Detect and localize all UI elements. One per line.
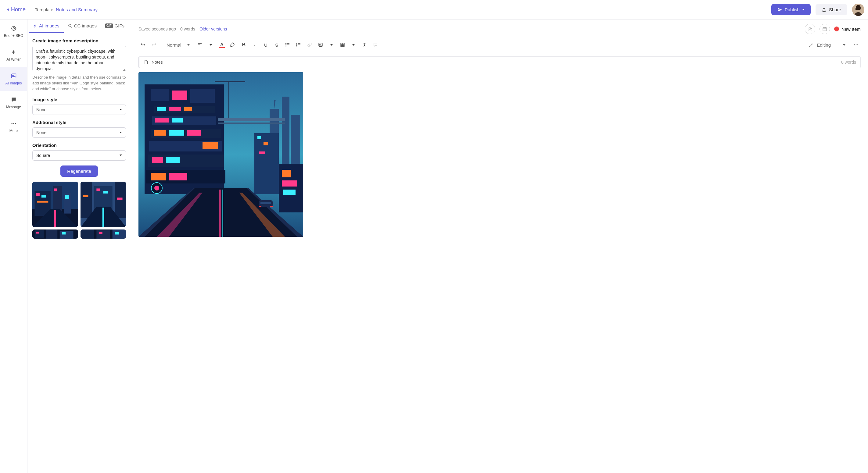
tab-ai-images-label: AI images (39, 23, 60, 28)
thumbnail-1[interactable] (32, 182, 78, 227)
share-button[interactable]: Share (815, 4, 847, 15)
editing-mode-select[interactable]: Editing (805, 40, 850, 49)
insert-image-button[interactable] (316, 40, 325, 49)
clear-format-button[interactable] (360, 40, 369, 49)
chevron-down-icon (330, 44, 333, 46)
highlight-icon (230, 42, 236, 47)
redo-icon (151, 42, 157, 47)
side-panel: AI images CC images GIF GIFs Create imag… (27, 20, 131, 473)
ordered-list-button[interactable]: 123 (294, 40, 303, 49)
more-icon (854, 42, 859, 47)
regenerate-label: Regenerate (67, 169, 91, 174)
nav-brief-seo[interactable]: Brief + SEO (0, 20, 27, 43)
font-color-button[interactable]: A (217, 40, 226, 49)
add-collaborator-button[interactable] (805, 24, 815, 34)
insert-image-dropdown[interactable] (327, 40, 336, 49)
chevron-left-icon (7, 8, 9, 11)
italic-button[interactable]: I (250, 40, 259, 49)
comment-button[interactable] (371, 40, 380, 49)
svg-rect-71 (169, 107, 181, 111)
svg-rect-20 (54, 210, 56, 227)
chevron-down-icon (120, 132, 122, 133)
highlight-button[interactable] (228, 40, 237, 49)
upload-icon (822, 7, 827, 12)
image-style-select[interactable]: None (32, 105, 126, 115)
calendar-icon (822, 27, 827, 31)
more-toolbar-button[interactable] (851, 40, 861, 49)
svg-point-8 (15, 123, 16, 124)
svg-point-9 (68, 24, 71, 27)
svg-rect-37 (81, 230, 94, 239)
table-button[interactable] (338, 40, 347, 49)
publish-button[interactable]: Publish (771, 4, 811, 15)
description-help: Describe the image in detail and then us… (32, 75, 126, 92)
avatar[interactable] (852, 4, 864, 16)
status-dot-icon (834, 27, 839, 31)
create-image-label: Create image from description (32, 38, 126, 43)
underline-button[interactable]: U (261, 40, 270, 49)
collapse-panel-button[interactable] (131, 21, 131, 35)
nav-writer-label: AI Writer (6, 57, 21, 62)
redo-button[interactable] (150, 40, 159, 49)
svg-rect-102 (228, 81, 229, 118)
paragraph-style-select[interactable]: Normal (163, 41, 193, 49)
svg-rect-25 (96, 188, 100, 191)
align-button[interactable] (195, 40, 204, 49)
clear-format-icon (362, 42, 367, 47)
thumbnail-2[interactable] (81, 182, 126, 227)
new-item-status[interactable]: New Item (834, 27, 861, 32)
document-icon (144, 60, 149, 65)
new-item-label: New Item (841, 27, 861, 32)
tab-gifs[interactable]: GIF GIFs (101, 20, 129, 33)
tab-cc-images[interactable]: CC images (64, 20, 101, 33)
template-link[interactable]: Notes and Summary (56, 7, 98, 12)
notes-label: Notes (152, 60, 163, 65)
additional-style-value: None (36, 130, 46, 135)
nav-ai-images[interactable]: AI Images (0, 67, 27, 91)
svg-point-46 (286, 46, 286, 46)
chevron-down-icon (843, 44, 845, 46)
svg-rect-38 (96, 230, 110, 239)
additional-style-select[interactable]: None (32, 127, 126, 138)
svg-point-55 (857, 44, 858, 45)
word-count-top: 0 words (180, 27, 195, 31)
svg-rect-103 (215, 81, 245, 82)
older-versions-link[interactable]: Older versions (199, 27, 227, 31)
bold-button[interactable]: B (239, 40, 248, 49)
align-dropdown[interactable] (206, 40, 215, 49)
orientation-select[interactable]: Square (32, 150, 126, 161)
svg-rect-68 (190, 89, 215, 103)
template-breadcrumb: Template: Notes and Summary (35, 7, 98, 12)
bold-icon: B (242, 42, 246, 47)
svg-point-44 (286, 43, 286, 44)
thumbnail-3[interactable] (32, 230, 78, 239)
tab-ai-images[interactable]: AI images (29, 20, 64, 33)
publish-label: Publish (785, 7, 800, 12)
undo-button[interactable] (138, 40, 148, 49)
nav-more[interactable]: More (0, 114, 27, 138)
search-icon (68, 24, 72, 28)
nav-message[interactable]: Message (0, 91, 27, 114)
additional-style-label: Additional style (32, 120, 126, 125)
nav-ai-writer[interactable]: AI Writer (0, 43, 27, 67)
svg-rect-77 (154, 130, 166, 136)
link-button[interactable] (305, 40, 314, 49)
home-link[interactable]: Home (4, 5, 29, 14)
chevron-down-icon (187, 44, 190, 46)
svg-point-53 (854, 44, 855, 45)
svg-rect-32 (36, 232, 39, 234)
inserted-image[interactable] (138, 72, 303, 237)
bullet-list-button[interactable] (283, 40, 292, 49)
calendar-button[interactable] (819, 24, 830, 34)
svg-rect-86 (151, 173, 166, 180)
notes-word-count: 0 words (841, 60, 856, 65)
svg-rect-66 (151, 89, 169, 101)
strikethrough-button[interactable]: S (272, 40, 281, 49)
notes-block[interactable]: Notes 0 words (138, 56, 861, 68)
svg-rect-33 (46, 230, 57, 239)
thumbnail-4[interactable] (81, 230, 126, 239)
regenerate-button[interactable]: Regenerate (60, 166, 98, 177)
svg-rect-96 (259, 206, 261, 207)
description-input[interactable] (32, 46, 126, 71)
table-dropdown[interactable] (349, 40, 358, 49)
